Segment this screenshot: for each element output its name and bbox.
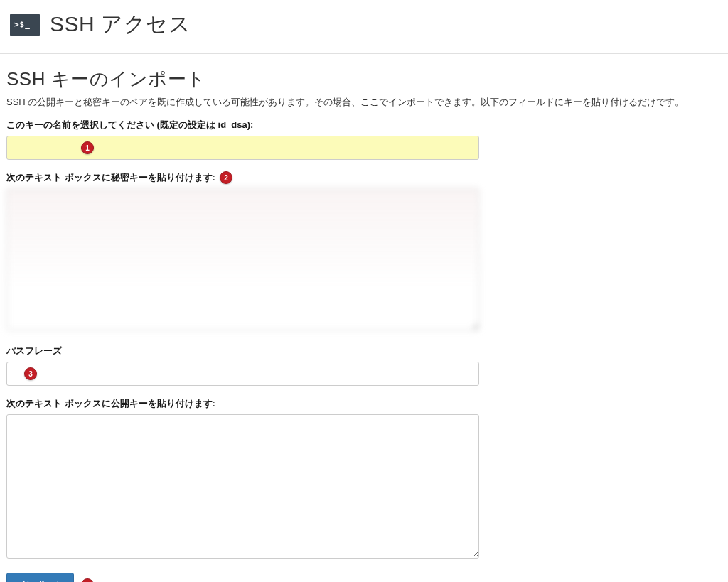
import-button-row: インポート 4 [6, 573, 722, 582]
section-title: SSH キーのインポート [6, 67, 722, 92]
passphrase-field-group: パスフレーズ 3 [6, 345, 722, 386]
private-key-textarea[interactable] [6, 188, 479, 330]
key-name-label: このキーの名前を選択してください (既定の設定は id_dsa): [6, 119, 722, 131]
public-key-field-group: 次のテキスト ボックスに公開キーを貼り付けます: [6, 397, 722, 561]
key-name-label-text: このキーの名前を選択してください (既定の設定は id_dsa): [6, 119, 253, 131]
private-key-field-group: 次のテキスト ボックスに秘密キーを貼り付けます: 2 [6, 171, 722, 333]
passphrase-input-wrapper: 3 [6, 362, 722, 386]
terminal-icon-glyph: >$_ [14, 20, 31, 29]
passphrase-label-text: パスフレーズ [6, 345, 62, 357]
public-key-textarea[interactable] [6, 414, 479, 559]
private-key-label: 次のテキスト ボックスに秘密キーを貼り付けます: 2 [6, 171, 722, 184]
annotation-badge-1: 1 [81, 141, 94, 154]
key-name-input-wrapper: 1 [6, 136, 722, 160]
public-key-label-text: 次のテキスト ボックスに公開キーを貼り付けます: [6, 397, 215, 410]
annotation-badge-4: 4 [81, 578, 94, 582]
terminal-icon: >$_ [10, 14, 40, 36]
annotation-badge-2: 2 [220, 171, 232, 184]
public-key-label: 次のテキスト ボックスに公開キーを貼り付けます: [6, 397, 722, 410]
page-title: SSH アクセス [50, 10, 191, 39]
content-area: SSH キーのインポート SSH の公開キーと秘密キーのペアを既に作成している可… [0, 54, 728, 582]
annotation-badge-3: 3 [24, 367, 37, 380]
section-description: SSH の公開キーと秘密キーのペアを既に作成している可能性があります。その場合、… [6, 96, 722, 109]
key-name-field-group: このキーの名前を選択してください (既定の設定は id_dsa): 1 [6, 119, 722, 160]
key-name-input[interactable] [6, 136, 479, 160]
passphrase-label: パスフレーズ [6, 345, 722, 357]
import-button[interactable]: インポート [6, 573, 74, 582]
private-key-label-text: 次のテキスト ボックスに秘密キーを貼り付けます: [6, 171, 215, 184]
page-header: >$_ SSH アクセス [0, 0, 728, 54]
passphrase-input[interactable] [6, 362, 479, 386]
